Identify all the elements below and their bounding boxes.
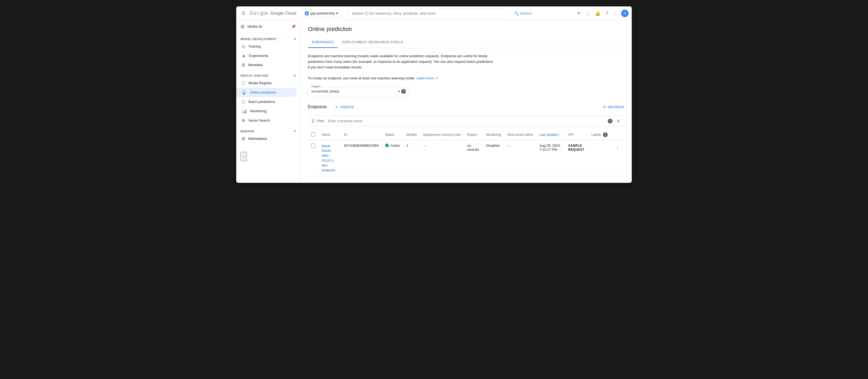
sidebar-item-model-registry[interactable]: ⬡ Model Registry — [236, 78, 297, 88]
filter-help-button[interactable]: ? — [607, 118, 614, 125]
sort-desc-icon: ↓ — [559, 133, 561, 137]
sidebar-item-experiments[interactable]: ▲ Experiments — [236, 51, 297, 60]
topbar-icons: ✦ ⬚ 🔔 ? ⋮ G — [575, 8, 628, 18]
row-checkbox-cell — [308, 140, 318, 176]
section-deploy-chevron[interactable]: ∧ — [294, 74, 296, 77]
search-button[interactable]: 🔍 Search — [514, 11, 531, 15]
row-id-cell: 807438982898622464 — [341, 140, 382, 176]
sidebar-collapse-button[interactable]: ‹ — [241, 152, 247, 161]
filter-actions: ? ⊟ — [607, 118, 621, 125]
learn-more-link[interactable]: Learn more ↗ — [416, 76, 438, 80]
columns-icon: ⊟ — [617, 119, 620, 123]
info-box: Endpoints are machine learning models ma… — [308, 54, 495, 81]
page-title: Online prediction — [308, 26, 624, 33]
api-label[interactable]: SAMPLE REQUEST — [568, 144, 584, 152]
filter-help-icon: ? — [608, 119, 613, 124]
notifications-button[interactable]: 🔔 — [593, 8, 602, 18]
filter-bar: ☰ Filter ? ⊟ — [308, 116, 624, 126]
filter-icon: ☰ — [311, 119, 315, 123]
row-last-updated-cell: Aug 29, 2024, 7:12:17 PM — [536, 140, 565, 176]
row-api-cell: SAMPLE REQUEST — [565, 140, 588, 176]
table-body: black-forest-labs--FLUX.1-dev-endpoint 8… — [308, 140, 624, 176]
sidebar-item-vector-search[interactable]: ⊕ Vector Search — [236, 116, 297, 125]
region-controls: ▾ ? — [398, 89, 406, 94]
row-checkbox[interactable] — [311, 144, 315, 148]
model-registry-icon: ⬡ — [242, 81, 245, 86]
row-monitoring-cell: Disabled — [483, 140, 504, 176]
status-badge: Active — [385, 144, 400, 148]
th-checkbox — [308, 130, 318, 140]
sidebar-item-online-prediction[interactable]: 📡 Online prediction — [236, 88, 297, 97]
sidebar: ⊞ Vertex AI 📌 MODEL DEVELOPMENT ∧ ⊙ Trai… — [236, 20, 300, 182]
sidebar-item-marketplace[interactable]: ⊞ Marketplace — [236, 134, 297, 143]
row-alerts-cell: — — [504, 140, 536, 176]
menu-button[interactable]: ☰ — [240, 8, 247, 18]
sidebar-item-training[interactable]: ⊙ Training — [236, 42, 297, 51]
th-models: Models — [403, 130, 420, 140]
refresh-button[interactable]: ↻ REFRESH — [603, 105, 624, 109]
project-selector[interactable]: ◆ gcp-partnership ▾ — [302, 9, 341, 18]
table-row: black-forest-labs--FLUX.1-dev-endpoint 8… — [308, 140, 624, 176]
region-selector[interactable]: Region us-central1 (Iowa) ▾ ? — [308, 87, 409, 96]
main-content: Online prediction ENDPOINTS DEPLOYMENT R… — [300, 20, 632, 182]
sidebar-item-monitoring[interactable]: 📊 Monitoring — [236, 106, 297, 116]
row-name-cell: black-forest-labs--FLUX.1-dev-endpoint — [318, 140, 341, 176]
section-model-development: MODEL DEVELOPMENT ∧ — [236, 33, 300, 42]
create-plus-icon: ＋ — [334, 104, 339, 110]
sidebar-item-batch-predictions[interactable]: ⬡ Batch predictions — [236, 97, 297, 106]
main-layout: ⊞ Vertex AI 📌 MODEL DEVELOPMENT ∧ ⊙ Trai… — [236, 20, 632, 182]
th-status: Status — [382, 130, 403, 140]
labels-help-icon[interactable]: ? — [603, 132, 608, 137]
row-drp-cell: — — [420, 140, 464, 176]
online-prediction-icon: 📡 — [242, 90, 247, 95]
search-input[interactable] — [347, 9, 508, 18]
main-window: ☰ Google Google Cloud ◆ gcp-partnership … — [236, 6, 632, 183]
project-dropdown-icon: ▾ — [336, 11, 338, 15]
region-help-icon[interactable]: ? — [401, 89, 406, 94]
refresh-icon: ↻ — [603, 105, 606, 109]
sidebar-product-name: Vertex AI — [247, 24, 262, 29]
section-manage-chevron[interactable]: ∨ — [294, 129, 296, 133]
project-name: gcp-partnership — [311, 11, 335, 15]
more-options-button[interactable]: ⋮ — [612, 8, 620, 18]
monitor-button[interactable]: ⬚ — [584, 8, 592, 18]
training-icon: ⊙ — [242, 44, 245, 49]
create-info: To create an endpoint, you need at least… — [308, 76, 495, 81]
filter-label: Filter — [317, 119, 325, 123]
region-value: us-central1 (Iowa) — [311, 89, 396, 93]
vector-search-icon: ⊕ — [242, 118, 245, 123]
tab-endpoints[interactable]: ENDPOINTS — [308, 37, 338, 48]
row-actions-cell: ⋮ — [611, 140, 624, 176]
avatar[interactable]: G — [621, 10, 628, 17]
section-deploy-and-use: DEPLOY AND USE ∧ — [236, 69, 300, 78]
region-dropdown-icon[interactable]: ▾ — [398, 89, 400, 93]
th-deployment-resource-pool: Deployment resource pool — [420, 130, 464, 140]
more-options-icon: ⋮ — [615, 145, 620, 150]
tabs: ENDPOINTS DEPLOYMENT RESOURCE POOLS — [308, 37, 624, 48]
experiments-icon: ▲ — [242, 53, 246, 58]
row-labels-cell — [588, 140, 611, 176]
create-button[interactable]: ＋ CREATE — [331, 103, 357, 112]
row-more-options-button[interactable]: ⋮ — [614, 144, 621, 152]
sidebar-item-metadata[interactable]: ⊞ Metadata — [236, 60, 297, 69]
status-dot-active — [385, 144, 389, 147]
select-all-checkbox[interactable] — [311, 132, 315, 136]
gemini-button[interactable]: ✦ — [575, 8, 583, 18]
th-id: ID — [341, 130, 382, 140]
th-last-updated[interactable]: Last updated ↓ — [536, 130, 565, 140]
help-button[interactable]: ? — [604, 9, 610, 18]
region-label: Region — [310, 85, 322, 88]
endpoints-section-title: Endpoints — [308, 104, 327, 109]
column-display-button[interactable]: ⊟ — [616, 118, 621, 124]
metadata-icon: ⊞ — [242, 62, 245, 67]
section-model-dev-chevron[interactable]: ∧ — [294, 37, 296, 41]
th-api: API — [565, 130, 588, 140]
pin-icon: 📌 — [291, 24, 296, 29]
filter-input[interactable] — [328, 119, 604, 123]
th-region: Region — [464, 130, 483, 140]
section-manage: MANAGE ∨ — [236, 125, 300, 134]
endpoint-link[interactable]: black-forest-labs--FLUX.1-dev-endpoint — [322, 144, 335, 172]
tab-deployment-resource-pools[interactable]: DEPLOYMENT RESOURCE POOLS — [338, 37, 407, 48]
sidebar-header: ⊞ Vertex AI 📌 — [236, 20, 300, 33]
marketplace-icon: ⊞ — [242, 136, 245, 141]
